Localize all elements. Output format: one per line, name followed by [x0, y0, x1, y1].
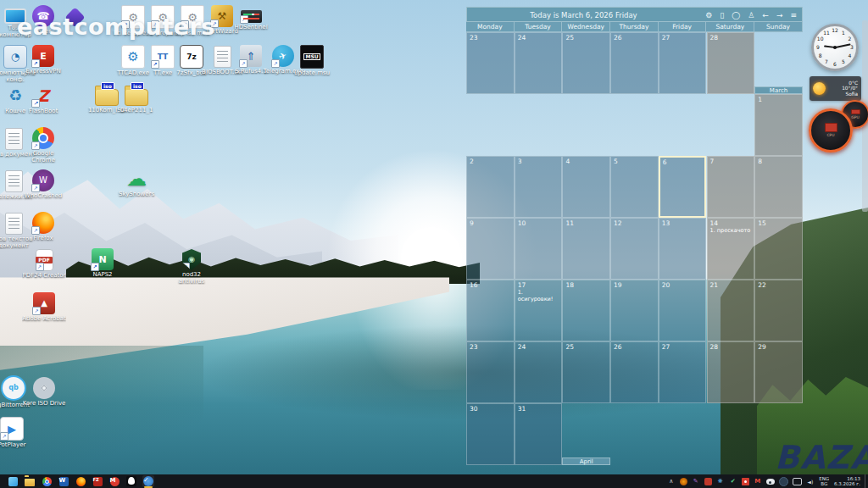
calendar-day-cell[interactable]: 30	[466, 403, 515, 465]
taskbar-alien-app[interactable]	[125, 475, 137, 487]
gpu-gauge-label: GPU	[851, 116, 860, 120]
desktop-icon-msu[interactable]: MSUupdate.msu	[290, 45, 334, 77]
desktop-icon-nod32[interactable]: ◉↗nod32 antivirus	[170, 248, 214, 285]
desktop-icon-acrobat[interactable]: ▲↗Adobe Acrobat	[22, 292, 66, 323]
tray-touchpad[interactable]	[793, 478, 802, 485]
taskbar-antivirus-app[interactable]: ✓	[142, 475, 154, 487]
cloud-icon[interactable]: ◯	[732, 12, 740, 19]
calendar-day-cell[interactable]: 2	[466, 156, 515, 218]
language-indicator[interactable]: ENGBG	[819, 476, 829, 486]
calendar-day-cell[interactable]: 23	[466, 32, 515, 94]
desktop-icon-purpleapp[interactable]: W↗WhoCrashed	[21, 169, 65, 200]
desktop-icon-firefox[interactable]: ↗Firefox	[21, 212, 65, 242]
potplayer-glyph: ▶	[8, 424, 16, 435]
calendar-day-cell[interactable]: 26	[610, 32, 659, 94]
menu-icon[interactable]: ≡	[790, 12, 797, 19]
desktop-icon-naps2[interactable]: N↗NAPS2	[81, 248, 125, 279]
tray-speaker[interactable]: ◄)	[806, 477, 815, 485]
taskbar-file-explorer[interactable]	[24, 475, 36, 487]
weather-widget[interactable]: 0°C 10°/0° Sofia	[810, 76, 861, 101]
calendar-day-cell[interactable]: 171. осигуровки!	[515, 280, 563, 341]
tray-expand[interactable]: ∧	[667, 477, 676, 485]
tray-red-tile-app[interactable]	[742, 478, 749, 485]
desktop-icon-isofolder[interactable]: iso04eP211_1	[114, 83, 159, 114]
calendar-day-cell[interactable]: 12	[610, 218, 659, 280]
system-gauges-widget[interactable]: GPU CPU	[807, 98, 868, 149]
weather-range: 10°/0°	[829, 86, 858, 92]
desktop-icon-koreiso[interactable]: Kore ISO Drive	[22, 377, 66, 408]
calendar-day-cell[interactable]: 4	[562, 156, 610, 218]
calendar-day-cell[interactable]: 27	[659, 32, 707, 94]
calendar-day-cell[interactable]: 25	[562, 341, 610, 403]
calendar-day-cell[interactable]: 10	[515, 218, 563, 280]
desktop-icon-expressvpn[interactable]: E↗ExpressVPN	[21, 45, 65, 75]
taskbar-word[interactable]: W	[58, 475, 70, 487]
taskbar-firefox[interactable]	[75, 475, 86, 487]
calendar-day-cell[interactable]: 8	[754, 156, 803, 218]
weather-city: Sofia	[829, 92, 858, 97]
antivirus-app-icon: ✓	[143, 476, 153, 486]
taskbar-gmail[interactable]: M	[108, 475, 120, 487]
cpu-gauge[interactable]: CPU	[809, 108, 853, 152]
desktop-icon-label: HDSentinel	[229, 25, 273, 31]
prev-icon[interactable]: ←	[762, 12, 769, 19]
tray-orange-app[interactable]	[680, 478, 687, 485]
taskbar-chrome[interactable]	[41, 475, 53, 487]
calendar-day-cell[interactable]: 16	[466, 280, 515, 341]
user-icon[interactable]: ♙	[748, 12, 754, 19]
qb-glyph: qb	[8, 385, 18, 391]
tray-eye-app[interactable]	[766, 479, 775, 485]
calendar-day-cell[interactable]: 3	[515, 156, 563, 218]
calendar-day-cell[interactable]: 15	[754, 218, 803, 280]
calendar-day-cell[interactable]: 27	[659, 341, 707, 403]
recycle-glyph: ♻	[8, 88, 22, 103]
calendar-day-cell[interactable]: 24	[515, 341, 563, 403]
calendar-day-cell[interactable]: 13	[659, 218, 707, 280]
calendar-weekday-header: MondayTuesdayWednesdayThursdayFridaySatu…	[466, 22, 803, 32]
calendar-day-cell[interactable]: 23	[466, 341, 515, 403]
desktop-icon-pdf24[interactable]: PDF↗PDF24 Creator	[22, 248, 66, 280]
calendar-day-cell[interactable]: 22	[754, 280, 803, 341]
tray-green-app[interactable]: ✔	[729, 477, 737, 485]
calendar-day-cell[interactable]: 5	[610, 156, 659, 218]
calendar-day-cell[interactable]: 19	[610, 280, 659, 341]
show-desktop-button[interactable]	[865, 474, 868, 488]
tray-dark-app[interactable]	[779, 477, 788, 486]
calendar-day-cell[interactable]: 31	[515, 403, 563, 465]
next-icon[interactable]: →	[776, 12, 783, 19]
taskbar-filezilla[interactable]: FZ	[92, 475, 103, 487]
tray-settings-app[interactable]: ❋	[716, 477, 725, 485]
tray-mail-app[interactable]: M	[754, 477, 762, 485]
calendar-day-cell[interactable]: 26	[610, 341, 659, 403]
calendar-day-cell[interactable]: 18	[562, 280, 610, 341]
desktop-icon-potplayer[interactable]: ▶↗PotPlayer	[0, 417, 34, 449]
desktop-icon-cloudgreen[interactable]: ☁SkyShowers	[114, 168, 159, 198]
calendar-day-number: 7	[710, 158, 715, 165]
desktop-icon-chrome[interactable]: ↗Google Chrome	[21, 127, 65, 164]
taskbar-start-button[interactable]	[7, 475, 19, 487]
calendar-titlebar[interactable]: Today is March 6, 2026 Friday ⚙▯◯♙←→≡	[466, 7, 803, 22]
calendar-day-cell[interactable]: 28	[707, 341, 755, 403]
analog-clock-widget[interactable]: 121234567891011	[811, 24, 859, 71]
settings-icon[interactable]: ⚙	[705, 12, 712, 19]
device-icon[interactable]: ▯	[720, 12, 724, 19]
weather-temp: 0°C	[829, 80, 858, 86]
calendar-day-cell[interactable]: 25	[562, 32, 610, 94]
calendar-day-cell[interactable]: 21	[707, 280, 755, 341]
calendar-day-cell[interactable]: 24	[515, 32, 563, 94]
calendar-day-cell[interactable]: 1	[754, 94, 803, 156]
calendar-day-cell[interactable]: 7	[707, 156, 755, 218]
desktop-icon-flashz[interactable]: Z↗FlashBoot	[21, 85, 65, 115]
tray-feather-app[interactable]: ✎	[692, 477, 700, 485]
calendar-today-cell[interactable]: 6	[659, 156, 707, 218]
start-button-icon	[8, 477, 18, 486]
calendar-day-cell[interactable]: 29	[754, 341, 803, 403]
calendar-day-cell[interactable]: 11	[562, 218, 610, 280]
calendar-day-cell[interactable]: 141. прескачото	[707, 218, 755, 280]
tray-clock[interactable]: 16:136.3.2026 г.	[834, 476, 860, 487]
calendar-day-cell[interactable]: 9	[466, 218, 515, 280]
calendar-day-cell[interactable]: 20	[659, 280, 707, 341]
calendar-day-cell[interactable]: 28	[707, 32, 755, 94]
desktop-icon-hdsent[interactable]: ↗HDSentinel	[229, 5, 273, 31]
tray-red-app[interactable]	[704, 478, 712, 485]
